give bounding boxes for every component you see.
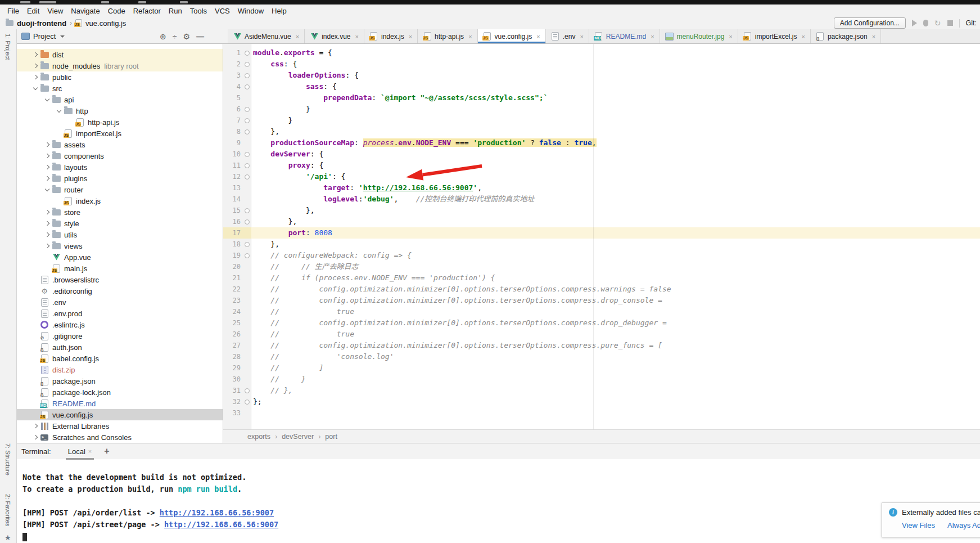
fold-marker-slot[interactable] [243,152,251,157]
fold-marker-slot[interactable] [243,174,251,179]
fold-marker-slot[interactable] [243,73,251,78]
chevron-right-icon[interactable] [43,233,52,236]
chevron-down-icon[interactable] [60,35,65,38]
chevron-down-icon[interactable] [55,110,64,112]
fold-icon[interactable] [245,129,250,134]
notification-action-view-files[interactable]: View Files [902,521,935,529]
chevron-right-icon[interactable] [43,143,52,146]
breadcrumb-file[interactable]: vue.config.js [85,19,126,28]
tab-AsideMenu.vue[interactable]: AsideMenu.vue× [228,29,305,43]
breadcrumb-project[interactable]: duoji-frontend [17,19,66,28]
fold-icon[interactable] [245,152,250,157]
fold-icon[interactable] [245,174,250,179]
tree-item-api[interactable]: api [17,94,223,105]
tab-.env[interactable]: .env× [546,29,589,43]
tree-item-index.js[interactable]: JSindex.js [17,195,223,207]
tree-item-assets[interactable]: assets [17,139,223,150]
fold-icon[interactable] [245,242,250,247]
chevron-right-icon[interactable] [31,53,40,56]
tab-http-api.js[interactable]: JShttp-api.js× [418,29,477,43]
locate-file-icon[interactable]: ⊕ [160,32,166,41]
terminal-link[interactable]: http://192.168.66.56:9007 [164,520,278,529]
menu-vcs[interactable]: VCS [211,7,234,15]
tab-index.js[interactable]: JSindex.js× [364,29,418,43]
refresh-icon[interactable]: ↻ [934,19,941,28]
chevron-right-icon[interactable] [43,154,52,158]
fold-marker-slot[interactable] [243,107,251,112]
fold-marker-slot[interactable] [243,219,251,225]
tree-item-plugins[interactable]: plugins [17,173,223,184]
menu-window[interactable]: Window [234,7,268,15]
stop-icon[interactable] [947,20,953,26]
menu-help[interactable]: Help [268,7,291,15]
tab-index.vue[interactable]: index.vue× [305,29,364,43]
chevron-right-icon[interactable] [31,424,40,428]
tree-item-Scratches and Consoles[interactable]: >_Scratches and Consoles [17,432,223,443]
tree-item-README.md[interactable]: MDREADME.md [17,398,223,409]
close-icon[interactable]: × [296,33,299,40]
tree-item-.env[interactable]: .env [17,297,223,308]
fold-icon[interactable] [245,400,250,405]
tree-item-node_modules[interactable]: node_moduleslibrary root [17,60,223,71]
tree-item-babel.config.js[interactable]: JSbabel.config.js [17,353,223,364]
tab-README.md[interactable]: MDREADME.md× [589,29,660,43]
fold-marker-slot[interactable] [243,400,251,405]
tree-item-.eslintrc.js[interactable]: .eslintrc.js [17,319,223,330]
tree-item-http-api.js[interactable]: JShttp-api.js [17,116,223,128]
tree-item-http[interactable]: http [17,105,223,116]
tree-item-dist[interactable]: dist [17,49,223,60]
gear-icon[interactable]: ⚙ [183,32,190,41]
chevron-right-icon[interactable] [31,75,40,79]
fold-marker-slot[interactable] [243,163,251,168]
tree-item-layouts[interactable]: layouts [17,161,223,173]
terminal-output[interactable]: Note that the development build is not o… [17,459,980,542]
terminal-link[interactable]: http://192.168.66.56:9007 [160,508,274,517]
fold-icon[interactable] [245,253,250,258]
tab-vue.config.js[interactable]: JSvue.config.js× [478,29,546,43]
tree-item-auth.json[interactable]: {}auth.json [17,342,223,353]
fold-marker-slot[interactable] [243,129,251,134]
fold-icon[interactable] [245,107,250,112]
fold-icon[interactable] [245,219,250,225]
tree-item-src[interactable]: src [17,83,223,94]
breadcrumb[interactable]: duoji-frontend › JS vue.config.js [0,19,126,28]
run-icon[interactable] [912,20,917,26]
tree-item-package-lock.json[interactable]: {}package-lock.json [17,387,223,398]
tree-item-public[interactable]: public [17,71,223,83]
debug-icon[interactable] [923,20,928,26]
fold-marker-slot[interactable] [243,208,251,213]
collapse-all-icon[interactable]: ÷ [173,32,177,41]
fold-icon[interactable] [245,62,250,67]
stripe-favorites-label[interactable]: 2: Favorites [4,494,11,526]
star-icon[interactable]: ★ [4,533,11,542]
tree-item-package.json[interactable]: {}package.json [17,375,223,387]
chevron-right-icon[interactable] [43,244,52,248]
chevron-right-icon[interactable] [31,436,40,439]
close-icon[interactable]: × [88,448,92,455]
chevron-down-icon[interactable] [31,87,40,89]
tree-item-importExcel.js[interactable]: JSimportExcel.js [17,128,223,139]
tree-item-App.vue[interactable]: App.vue [17,252,223,263]
chevron-right-icon[interactable] [43,177,52,180]
chevron-right-icon[interactable] [43,165,52,169]
new-terminal-icon[interactable]: + [104,446,109,456]
tree-item-utils[interactable]: utils [17,229,223,240]
hide-panel-icon[interactable]: — [196,32,204,41]
fold-icon[interactable] [245,51,250,56]
tree-item-main.js[interactable]: JSmain.js [17,263,223,274]
menu-run[interactable]: Run [165,7,186,15]
close-icon[interactable]: × [355,33,359,40]
terminal-tab-local[interactable]: Local × [66,447,94,456]
chevron-down-icon[interactable] [43,189,52,191]
stripe-structure-label[interactable]: 7: Structure [4,443,11,475]
chevron-right-icon[interactable] [43,210,52,214]
fold-icon[interactable] [245,388,250,393]
menu-refactor[interactable]: Refactor [129,7,165,15]
fold-marker-slot[interactable] [243,118,251,123]
close-icon[interactable]: × [729,33,732,40]
tree-item-store[interactable]: store [17,207,223,218]
fold-marker-slot[interactable] [243,242,251,247]
tree-item-.editorconfig[interactable]: ⚙.editorconfig [17,285,223,297]
editor-breadcrumb-exports[interactable]: exports [247,433,270,441]
tree-item-style[interactable]: style [17,218,223,229]
